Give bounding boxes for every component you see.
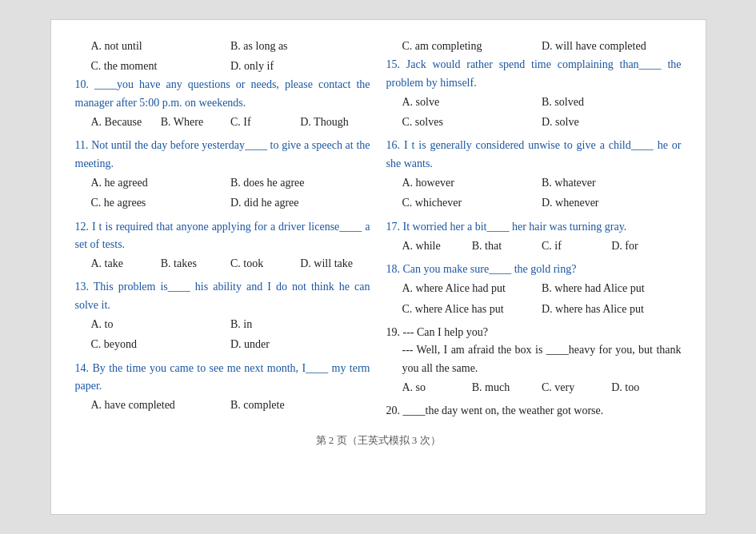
question-15-options-2: C. solves D. solve (386, 112, 682, 132)
q13-opt-b: B. in (230, 314, 370, 334)
question-12-options: A. take B. takes C. took D. will take (75, 253, 370, 273)
question-16-options-1: A. however B. whatever (386, 173, 682, 193)
two-column-layout: A. not until B. as long as C. the moment… (75, 36, 682, 425)
option-a-not-until: A. not until (91, 36, 231, 56)
q15-opt-a: A. solve (402, 92, 542, 112)
question-20-text: 20. ____the day went on, the weather got… (386, 402, 682, 420)
exam-page: A. not until B. as long as C. the moment… (50, 19, 706, 515)
question-18-text: 18. Can you make sure____ the gold ring? (386, 261, 682, 278)
question-15-text: 15. Jack would rather spend time complai… (386, 56, 682, 92)
question-18-options-2: C. where Alice has put D. where has Alic… (386, 299, 682, 319)
question-12-text: 12. I t is required that anyone applying… (75, 218, 370, 254)
question-11-text: 11. Not until the day before yesterday__… (75, 137, 370, 173)
question-15-options-1: A. solve B. solved (386, 92, 682, 112)
question-13-block: 13. This problem is____ his ability and … (75, 278, 370, 354)
q19-opt-d: D. too (611, 377, 681, 397)
question-19-options: A. so B. much C. very D. too (386, 377, 682, 397)
question-11-options-2: C. he agrees D. did he agree (75, 193, 370, 213)
top-options-left2: C. the moment D. only if (75, 56, 370, 76)
question-16-options-2: C. whichever D. whenever (386, 193, 682, 213)
question-10-block: 10. ____you have any questions or needs,… (75, 76, 370, 132)
q16-opt-d: D. whenever (542, 193, 682, 213)
q15-opt-b: B. solved (542, 92, 682, 112)
q10-opt-a: A. Because (91, 112, 161, 132)
option-d-will-have-completed: D. will have completed (542, 36, 682, 56)
question-15-block: 15. Jack would rather spend time complai… (386, 56, 682, 132)
question-10-text: 10. ____you have any questions or needs,… (75, 76, 370, 112)
q12-opt-c: C. took (230, 253, 300, 273)
q15-opt-c: C. solves (402, 112, 542, 132)
page-footer: 第 2 页（王英式模拟 3 次） (75, 433, 682, 448)
question-14-text: 14. By the time you came to see me next … (75, 360, 370, 396)
q17-opt-a: A. while (402, 236, 472, 256)
q10-opt-c: C. If (230, 112, 300, 132)
question-14-options: A. have completed B. complete (75, 395, 370, 415)
q13-opt-c: C. beyond (91, 334, 231, 354)
question-20-block: 20. ____the day went on, the weather got… (386, 402, 682, 420)
q13-opt-d: D. under (230, 334, 370, 354)
question-14-block: 14. By the time you came to see me next … (75, 360, 370, 416)
q13-opt-a: A. to (91, 314, 231, 334)
q16-opt-c: C. whichever (402, 193, 542, 213)
option-c-the-moment: C. the moment (91, 56, 231, 76)
q18-opt-a: A. where Alice had put (402, 278, 542, 298)
q10-opt-b: B. Where (161, 112, 230, 132)
question-11-options-1: A. he agreed B. does he agree (75, 173, 370, 193)
top-options-right: C. am completing D. will have completed (386, 36, 682, 56)
q18-opt-b: B. where had Alice put (542, 278, 682, 298)
q16-opt-b: B. whatever (542, 173, 682, 193)
q11-opt-b: B. does he agree (230, 173, 370, 193)
q14-opt-a: A. have completed (91, 395, 231, 415)
right-column: C. am completing D. will have completed … (386, 36, 682, 425)
q11-opt-c: C. he agrees (91, 193, 231, 213)
q18-opt-d: D. where has Alice put (542, 299, 682, 319)
question-13-options-1: A. to B. in (75, 314, 370, 334)
option-c-am-completing: C. am completing (402, 36, 542, 56)
question-18-options-1: A. where Alice had put B. where had Alic… (386, 278, 682, 298)
question-16-block: 16. I t is generally considered unwise t… (386, 137, 682, 213)
q19-opt-b: B. much (472, 377, 542, 397)
q12-opt-d: D. will take (300, 253, 370, 273)
question-17-block: 17. It worried her a bit____ her hair wa… (386, 218, 682, 257)
q18-opt-c: C. where Alice has put (402, 299, 542, 319)
question-10-options: A. Because B. Where C. If D. Though (75, 112, 370, 132)
question-16-text: 16. I t is generally considered unwise t… (386, 137, 682, 173)
question-18-block: 18. Can you make sure____ the gold ring?… (386, 261, 682, 319)
q19-opt-c: C. very (542, 377, 611, 397)
q11-opt-a: A. he agreed (91, 173, 231, 193)
q16-opt-a: A. however (402, 173, 542, 193)
question-19-reply: --- Well, I am afraid the box is ____hea… (386, 341, 682, 377)
q14-opt-b: B. complete (230, 395, 370, 415)
q12-opt-b: B. takes (161, 253, 230, 273)
option-d-only-if: D. only if (230, 56, 370, 76)
top-options-left: A. not until B. as long as (75, 36, 370, 56)
question-19-block: 19. --- Can I help you? --- Well, I am a… (386, 324, 682, 397)
q12-opt-a: A. take (91, 253, 161, 273)
question-17-text: 17. It worried her a bit____ her hair wa… (386, 218, 682, 236)
question-17-options: A. while B. that C. if D. for (386, 236, 682, 256)
question-12-block: 12. I t is required that anyone applying… (75, 218, 370, 274)
q10-opt-d: D. Though (300, 112, 370, 132)
q19-opt-a: A. so (402, 377, 472, 397)
question-19-text: 19. --- Can I help you? (386, 324, 682, 341)
option-b-as-long-as: B. as long as (230, 36, 370, 56)
question-11-block: 11. Not until the day before yesterday__… (75, 137, 370, 213)
q17-opt-c: C. if (542, 236, 611, 256)
question-13-options-2: C. beyond D. under (75, 334, 370, 354)
question-13-text: 13. This problem is____ his ability and … (75, 278, 370, 314)
q17-opt-b: B. that (472, 236, 542, 256)
left-column: A. not until B. as long as C. the moment… (75, 36, 370, 425)
q15-opt-d: D. solve (542, 112, 682, 132)
q11-opt-d: D. did he agree (230, 193, 370, 213)
q17-opt-d: D. for (611, 236, 681, 256)
